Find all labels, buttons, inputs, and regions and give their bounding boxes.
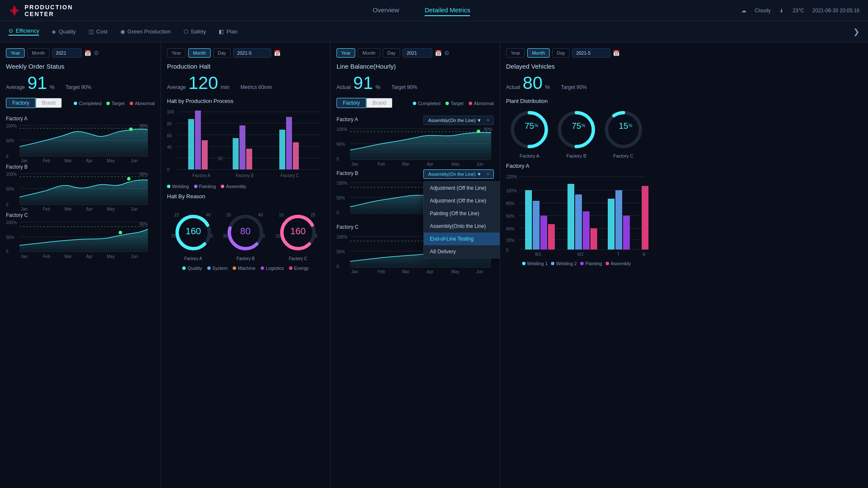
header-right: ☁ Cloudy 🌡 23℃ 2021-06-30 20:05:16: [741, 8, 860, 14]
year-btn-lb[interactable]: Year: [337, 48, 355, 58]
month-btn-delayed[interactable]: Month: [527, 48, 550, 58]
svg-text:50%: 50%: [337, 196, 345, 200]
lb-actual-label: Actual: [337, 84, 351, 90]
svg-text:90%: 90%: [139, 124, 148, 128]
svg-text:100%: 100%: [506, 189, 517, 193]
datetime-label: 2021-06-30 20:05:16: [812, 8, 860, 14]
month-btn-weekly[interactable]: Month: [27, 48, 50, 58]
delayed-actual-value: 80: [523, 74, 542, 92]
lb-fa-label: Factory A: [337, 116, 358, 122]
settings-icon-weekly[interactable]: ⚙: [94, 50, 99, 56]
main-content: Year Month 📅 ⚙ Weekly Order Status Avera…: [0, 42, 868, 488]
day-btn-delayed[interactable]: Day: [552, 48, 570, 58]
plant-circle-fc: 15 % Factory C: [602, 108, 645, 158]
subnav-quality[interactable]: ◈ Quality: [52, 28, 75, 35]
calendar-icon-delayed[interactable]: 📅: [613, 50, 620, 56]
nav-tab-overview[interactable]: Overview: [373, 5, 399, 16]
factory-a-section: Factory A 100% 50% 0 90%: [6, 116, 155, 161]
day-btn-lb[interactable]: Day: [383, 48, 401, 58]
svg-text:Factory C: Factory C: [281, 173, 299, 178]
svg-text:0: 0: [337, 211, 339, 215]
svg-text:160: 160: [185, 226, 201, 236]
brand-tab[interactable]: Brand: [36, 98, 62, 108]
lb-unit: %: [376, 84, 381, 90]
nav-tabs: Overview Detailed Metrics: [102, 5, 741, 16]
dropdown-item-3[interactable]: Painting (Off the Line): [424, 207, 500, 220]
svg-text:50%: 50%: [6, 235, 14, 240]
svg-text:Jun: Jun: [131, 254, 138, 259]
year-btn-halt[interactable]: Year: [167, 48, 186, 58]
temp-icon: 🌡: [779, 8, 784, 14]
calendar-icon-lb[interactable]: 📅: [435, 50, 442, 56]
svg-text:50%: 50%: [337, 142, 345, 147]
svg-text:0: 0: [337, 157, 339, 161]
svg-point-23: [127, 177, 131, 180]
lb-fb-dropdown-btn[interactable]: Assembly(On the Line) ▼: [423, 169, 494, 179]
svg-text:80: 80: [167, 122, 172, 126]
factory-b-label: Factory B: [6, 164, 155, 170]
calendar-icon-halt[interactable]: 📅: [274, 50, 281, 56]
cost-icon: ◫: [89, 28, 94, 35]
svg-rect-163: [642, 186, 648, 250]
svg-rect-161: [615, 190, 622, 250]
svg-point-38: [119, 231, 122, 234]
lb-brand-tab[interactable]: Brand: [366, 98, 392, 108]
dropdown-item-2[interactable]: Adjustment (Off the Line): [424, 194, 500, 207]
svg-rect-159: [590, 228, 597, 250]
factory-a-label: Factory A: [6, 116, 155, 122]
time-controls-lb: Year Month Day 📅 ⚙: [337, 48, 494, 58]
subnav-safety[interactable]: ⬡ Safety: [184, 28, 206, 35]
date-input-delayed[interactable]: [572, 48, 610, 58]
factory-a-weekly-chart: 120% 100% 80% 60% 40% 20% 0: [506, 173, 650, 258]
year-btn-delayed[interactable]: Year: [506, 48, 525, 58]
svg-text:Jan: Jan: [351, 162, 358, 166]
year-btn-weekly[interactable]: Year: [6, 48, 25, 58]
lb-fb-dropdown-menu: Adjustment (Off the Line) Adjustment (Of…: [423, 181, 500, 258]
svg-point-98: [477, 130, 480, 133]
dropdown-item-4[interactable]: Assembly(Onto the Line): [424, 220, 500, 233]
svg-text:May: May: [107, 254, 115, 259]
svg-text:20%: 20%: [506, 238, 515, 243]
collapse-arrow-icon[interactable]: ❯: [853, 27, 860, 36]
month-btn-halt[interactable]: Month: [188, 48, 211, 58]
svg-text:90%: 90%: [139, 172, 148, 177]
day-btn-halt[interactable]: Day: [213, 48, 231, 58]
date-input-halt[interactable]: [233, 48, 271, 58]
settings-icon-lb[interactable]: ⚙: [444, 50, 450, 56]
plant-circle-fa-label: Factory A: [520, 153, 539, 158]
halt-reason-title: Halt By Reason: [167, 193, 324, 200]
weekly-metric-row: Average 91 % Target 90%: [6, 74, 155, 92]
delayed-bar-legend: Welding 1 Welding 2 Painting Assembly: [506, 261, 647, 266]
lb-actual-value: 91: [353, 74, 373, 92]
svg-text:W2: W2: [577, 252, 584, 257]
factory-c-section: Factory C 100% 50% 0 90%: [6, 212, 155, 259]
svg-text:40: 40: [258, 213, 263, 217]
lb-fb-dropdown-container[interactable]: Assembly(On the Line) ▼ Adjustment (Off …: [423, 169, 494, 179]
calendar-icon-weekly[interactable]: 📅: [84, 50, 91, 56]
lb-factory-tab[interactable]: Factory: [337, 98, 366, 108]
lb-target-label: Target 90%: [392, 84, 417, 90]
halt-gauge-fa-label: Factory A: [184, 256, 202, 261]
svg-rect-64: [286, 117, 292, 169]
lb-fa-dropdown-btn[interactable]: Assembly(On the Line) ▼: [423, 116, 494, 125]
sub-nav: ⊙ Efficiency ◈ Quality ◫ Cost ◉ Green Pr…: [0, 21, 868, 42]
dropdown-item-6[interactable]: A8 Delivery: [424, 245, 500, 258]
dropdown-item-5[interactable]: End-of-Line Testing: [424, 233, 500, 245]
subnav-green[interactable]: ◉ Green Production: [120, 28, 171, 35]
date-input-lb[interactable]: [403, 48, 432, 58]
month-btn-lb[interactable]: Month: [358, 48, 380, 58]
halt-metrics-label: Metrics 60min: [241, 84, 273, 90]
date-input-weekly[interactable]: [52, 48, 82, 58]
svg-text:A: A: [643, 252, 645, 257]
subnav-efficiency[interactable]: ⊙ Efficiency: [8, 28, 39, 36]
svg-text:75: 75: [525, 121, 534, 130]
factory-a-chart: 100% 50% 0 90%: [6, 123, 150, 159]
svg-text:Mar: Mar: [402, 269, 410, 274]
dropdown-item-1[interactable]: Adjustment (Off the Line): [424, 182, 500, 194]
svg-text:Jan: Jan: [21, 254, 28, 259]
svg-text:Mar: Mar: [402, 162, 410, 166]
nav-tab-detailed[interactable]: Detailed Metrics: [425, 5, 470, 16]
factory-tab[interactable]: Factory: [6, 98, 36, 108]
subnav-cost[interactable]: ◫ Cost: [89, 28, 108, 35]
subnav-plan[interactable]: ◧ Plan: [219, 28, 237, 35]
